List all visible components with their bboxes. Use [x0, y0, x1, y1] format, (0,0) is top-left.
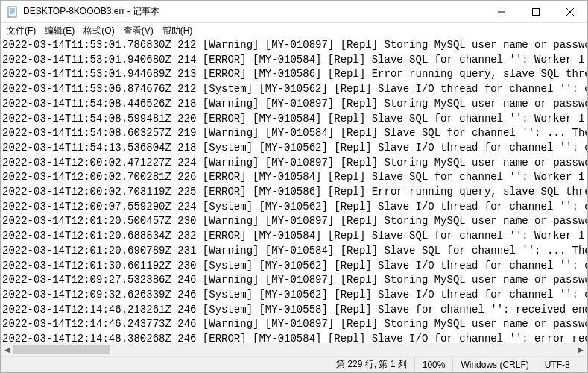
status-eol: Windows (CRLF)	[452, 357, 536, 372]
log-line: 2022-03-14T11:54:08.599481Z 220 [ERROR] …	[2, 112, 586, 127]
log-line: 2022-03-14T11:54:13.536804Z 218 [System]…	[2, 141, 586, 156]
status-encoding: UTF-8	[537, 357, 578, 372]
log-line: 2022-03-14T11:53:06.874676Z 212 [System]…	[2, 82, 586, 97]
menu-view[interactable]: 查看(V)	[119, 24, 158, 38]
maximize-button[interactable]	[519, 1, 553, 23]
log-line: 2022-03-14T12:01:30.601192Z 230 [System]…	[2, 259, 586, 274]
text-content[interactable]: 2022-03-14T11:53:01.786830Z 212 [Warning…	[1, 38, 587, 343]
log-line: 2022-03-14T12:00:02.471227Z 224 [Warning…	[2, 156, 586, 171]
log-line: 2022-03-14T12:14:46.213261Z 246 [System]…	[2, 303, 586, 318]
horizontal-scrollbar[interactable]: ◀ ▶	[1, 343, 587, 356]
log-line: 2022-03-14T12:09:32.626339Z 246 [System]…	[2, 288, 586, 303]
log-line: 2022-03-14T12:00:07.559290Z 224 [System]…	[2, 200, 586, 215]
log-line: 2022-03-14T11:53:01.786830Z 212 [Warning…	[2, 38, 586, 53]
log-line: 2022-03-14T12:14:46.243773Z 246 [Warning…	[2, 317, 586, 332]
log-line: 2022-03-14T11:54:08.446526Z 218 [Warning…	[2, 97, 586, 112]
menu-edit[interactable]: 编辑(E)	[40, 24, 79, 38]
notepad-window: DESKTOP-8KOOOB3.err - 记事本 文件(F) 编辑(E) 格式…	[0, 0, 588, 373]
log-line: 2022-03-14T12:01:20.690789Z 231 [Warning…	[2, 244, 586, 259]
menu-format[interactable]: 格式(O)	[79, 24, 118, 38]
log-line: 2022-03-14T11:53:01.944689Z 213 [ERROR] …	[2, 67, 586, 82]
titlebar[interactable]: DESKTOP-8KOOOB3.err - 记事本	[1, 1, 587, 23]
scroll-right-arrow-icon[interactable]: ▶	[575, 343, 587, 356]
menu-help[interactable]: 帮助(H)	[158, 24, 197, 38]
log-line: 2022-03-14T12:00:02.700281Z 226 [ERROR] …	[2, 170, 586, 185]
status-zoom: 100%	[414, 357, 453, 372]
statusbar: 第 229 行, 第 1 列 100% Windows (CRLF) UTF-8	[1, 356, 587, 372]
status-position: 第 229 行, 第 1 列	[329, 357, 414, 372]
menu-file[interactable]: 文件(F)	[2, 24, 40, 38]
log-line: 2022-03-14T11:54:08.603257Z 219 [Warning…	[2, 126, 586, 141]
log-line: 2022-03-14T12:01:20.500457Z 230 [Warning…	[2, 214, 586, 229]
log-line: 2022-03-14T12:09:27.532386Z 246 [Warning…	[2, 273, 586, 288]
minimize-button[interactable]	[484, 1, 519, 23]
notepad-icon	[7, 6, 19, 18]
scroll-left-arrow-icon[interactable]: ◀	[1, 343, 13, 356]
window-title: DESKTOP-8KOOOB3.err - 记事本	[23, 5, 159, 18]
log-line: 2022-03-14T12:14:48.380268Z 246 [ERROR] …	[2, 332, 586, 343]
log-line: 2022-03-14T11:53:01.940680Z 214 [ERROR] …	[2, 53, 586, 68]
scroll-thumb[interactable]	[13, 345, 110, 354]
log-line: 2022-03-14T12:01:20.688834Z 232 [ERROR] …	[2, 229, 586, 244]
scroll-track[interactable]	[13, 343, 575, 356]
editor-area: 2022-03-14T11:53:01.786830Z 212 [Warning…	[1, 38, 587, 356]
menubar: 文件(F) 编辑(E) 格式(O) 查看(V) 帮助(H)	[1, 23, 587, 38]
close-button[interactable]	[553, 1, 587, 23]
log-line: 2022-03-14T12:00:02.703119Z 225 [ERROR] …	[2, 185, 586, 200]
svg-rect-6	[533, 8, 540, 15]
